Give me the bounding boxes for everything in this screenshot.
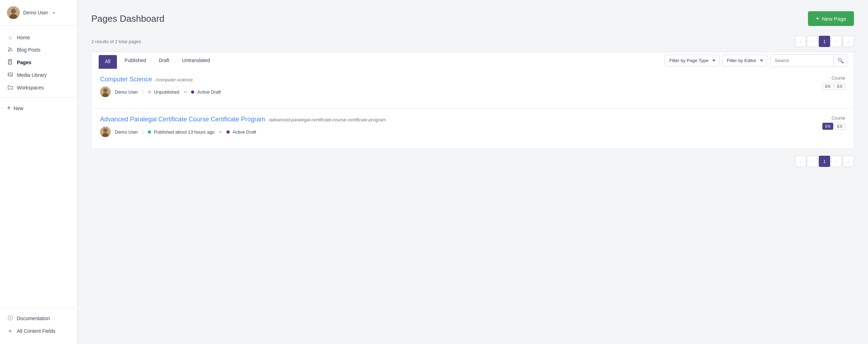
- pages-list: Computer Science /computer-science Demo …: [91, 69, 854, 149]
- search-icon: 🔍: [837, 58, 844, 63]
- search-input[interactable]: [770, 55, 834, 66]
- page-meta-1: Demo User | Unpublished ● Active Draft: [100, 87, 221, 97]
- pagination-bottom-next[interactable]: ›: [831, 156, 842, 167]
- pagination-last[interactable]: »: [843, 36, 854, 47]
- lang-badges-1: EN ES: [822, 83, 845, 90]
- page-item-header-1: Computer Science /computer-science Demo …: [100, 76, 845, 97]
- svg-point-1: [11, 9, 16, 14]
- sidebar-bottom: ⓘ Documentation ≡ All Content Fields: [0, 308, 77, 344]
- results-count: 2 results of 2 total pages: [91, 39, 141, 44]
- pagination-bottom-prev[interactable]: ‹: [807, 156, 818, 167]
- page-item-header-2: Advanced Paralegal Certificate Course Ce…: [100, 116, 845, 137]
- filter-editor[interactable]: Filter by Editor: [722, 55, 767, 66]
- tab-untranslated[interactable]: Untranslated: [176, 53, 216, 69]
- page-slug-1: /computer-science: [156, 77, 193, 82]
- sidebar-nav: ⌂ Home Blog Posts Pages Media Library: [0, 26, 77, 308]
- page-avatar-1: [100, 87, 111, 97]
- filter-page-type[interactable]: Filter by Page Type: [665, 55, 719, 66]
- sidebar-label-documentation: Documentation: [17, 316, 50, 321]
- page-meta-2: Demo User | Published about 13 hours ago…: [100, 127, 386, 137]
- sidebar-label-home: Home: [17, 35, 30, 40]
- tab-published[interactable]: Published: [118, 53, 153, 69]
- status-dot-draft-1: [191, 90, 194, 94]
- page-type-badges-2: Course EN ES: [822, 116, 845, 130]
- sidebar-item-media-library[interactable]: Media Library: [0, 69, 77, 81]
- rss-icon: [7, 47, 13, 53]
- filters-row: All Published Draft Untranslated Filter …: [91, 52, 854, 69]
- page-user-1: Demo User: [115, 89, 138, 95]
- user-name: Demo User: [23, 10, 48, 15]
- sidebar-item-workspaces[interactable]: Workspaces: [0, 81, 77, 94]
- search-wrapper: 🔍: [770, 54, 848, 67]
- pagination-bottom-first[interactable]: «: [795, 156, 806, 167]
- page-title: Pages Dashboard: [91, 13, 164, 24]
- sidebar-label-content-fields: All Content Fields: [17, 328, 55, 334]
- sidebar-item-home[interactable]: ⌂ Home: [0, 31, 77, 43]
- sidebar-item-new[interactable]: + New: [0, 101, 77, 115]
- svg-point-7: [103, 88, 107, 93]
- page-header: Pages Dashboard + New Page: [91, 11, 854, 26]
- new-page-button[interactable]: + New Page: [808, 11, 854, 26]
- sidebar-new-label: New: [14, 106, 24, 111]
- meta-sep-2: ●: [184, 89, 187, 95]
- page-link-1[interactable]: Computer Science: [100, 76, 152, 83]
- lang-en-1[interactable]: EN: [822, 83, 833, 90]
- page-type-2: Course: [831, 116, 845, 121]
- meta-sep-3: |: [142, 129, 144, 135]
- plus-icon: +: [7, 104, 11, 112]
- page-link-2[interactable]: Advanced Paralegal Certificate Course Ce…: [100, 116, 265, 123]
- pagination-top: « ‹ 1 › »: [795, 36, 854, 47]
- user-menu[interactable]: Demo User ▾: [0, 0, 77, 26]
- status-dot-draft-2: [226, 130, 230, 134]
- lang-es-2[interactable]: ES: [834, 123, 845, 130]
- page-item: Computer Science /computer-science Demo …: [92, 69, 854, 109]
- avatar: [7, 6, 20, 19]
- sidebar-divider: [0, 97, 77, 98]
- sidebar-item-documentation[interactable]: ⓘ Documentation: [0, 312, 77, 325]
- pagination-first[interactable]: «: [795, 36, 806, 47]
- lang-en-2[interactable]: EN: [822, 123, 833, 130]
- pagination-prev[interactable]: ‹: [807, 36, 818, 47]
- page-slug-2: /advanced-paralegal-certificate-course-c…: [269, 117, 386, 122]
- sidebar-label-media-library: Media Library: [17, 72, 47, 78]
- pagination-next[interactable]: ›: [831, 36, 842, 47]
- tab-draft[interactable]: Draft: [152, 53, 176, 69]
- meta-sep-4: ●: [219, 129, 222, 135]
- main-content: Pages Dashboard + New Page 2 results of …: [77, 0, 868, 344]
- search-button[interactable]: 🔍: [834, 55, 848, 67]
- status-label-draft-1: Active Draft: [197, 89, 221, 95]
- page-type-badges-1: Course EN ES: [822, 76, 845, 90]
- sidebar-label-pages: Pages: [17, 60, 31, 65]
- status-label-1: Unpublished: [154, 89, 179, 95]
- svg-point-3: [8, 50, 9, 52]
- new-page-label: New Page: [822, 16, 846, 22]
- bottom-pagination: « ‹ 1 › »: [91, 156, 854, 167]
- page-icon: [7, 59, 13, 66]
- media-icon: [7, 72, 13, 78]
- tab-all[interactable]: All: [99, 55, 117, 69]
- page-title-row-2: Advanced Paralegal Certificate Course Ce…: [100, 116, 386, 123]
- sidebar-item-content-fields[interactable]: ≡ All Content Fields: [0, 325, 77, 337]
- pagination-current[interactable]: 1: [819, 36, 830, 47]
- pagination-bottom-current[interactable]: 1: [819, 156, 830, 167]
- sidebar-label-blog-posts: Blog Posts: [17, 47, 40, 53]
- folder-icon: [7, 85, 13, 91]
- lang-es-1[interactable]: ES: [834, 83, 845, 90]
- sidebar-label-workspaces: Workspaces: [17, 85, 44, 90]
- status-published-2: Published about 13 hours ago: [148, 129, 215, 135]
- lang-badges-2: EN ES: [822, 123, 845, 130]
- plus-icon: +: [816, 15, 820, 22]
- page-type-1: Course: [831, 76, 845, 81]
- page-item-2: Advanced Paralegal Certificate Course Ce…: [92, 109, 854, 148]
- status-draft-2: Active Draft: [226, 129, 256, 135]
- svg-point-10: [103, 128, 107, 133]
- page-title-row-1: Computer Science /computer-science: [100, 76, 221, 83]
- status-draft-1: Active Draft: [191, 89, 221, 95]
- results-bar: 2 results of 2 total pages « ‹ 1 › »: [91, 36, 854, 47]
- sidebar-item-pages[interactable]: Pages: [0, 56, 77, 69]
- sidebar: Demo User ▾ ⌂ Home Blog Posts Pages Medi…: [0, 0, 77, 344]
- sidebar-item-blog-posts[interactable]: Blog Posts: [0, 43, 77, 56]
- status-label-draft-2: Active Draft: [232, 129, 256, 135]
- pagination-bottom-last[interactable]: »: [843, 156, 854, 167]
- home-icon: ⌂: [7, 34, 13, 40]
